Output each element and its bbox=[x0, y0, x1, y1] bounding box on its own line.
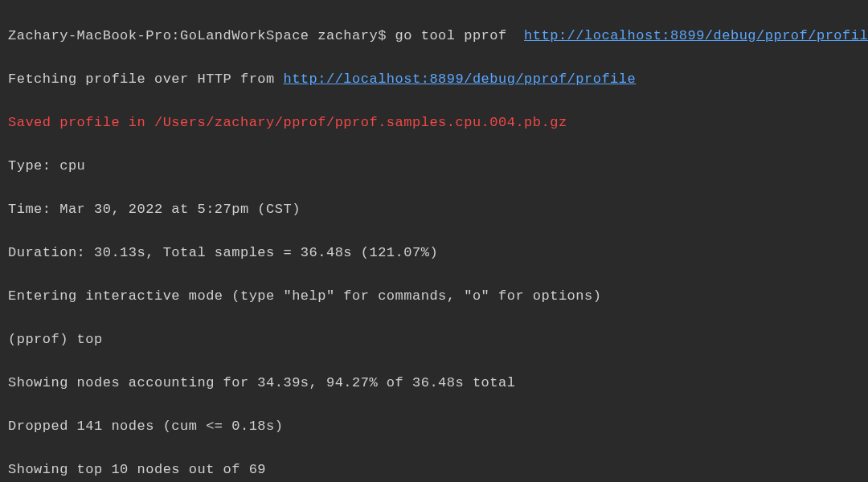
type-line: Type: cpu bbox=[8, 155, 860, 177]
fetching-url-link[interactable]: http://localhost:8899/debug/pprof/profil… bbox=[283, 71, 636, 87]
interactive-mode-line: Entering interactive mode (type "help" f… bbox=[8, 285, 860, 307]
showing-nodes-line: Showing nodes accounting for 34.39s, 94.… bbox=[8, 372, 860, 394]
dropped-nodes-line: Dropped 141 nodes (cum <= 0.18s) bbox=[8, 415, 860, 437]
profile-url-link[interactable]: http://localhost:8899/debug/pprof/profil… bbox=[524, 28, 868, 43]
fetching-line: Fetching profile over HTTP from http://l… bbox=[8, 68, 860, 90]
fetching-prefix: Fetching profile over HTTP from bbox=[8, 71, 283, 87]
duration-line: Duration: 30.13s, Total samples = 36.48s… bbox=[8, 242, 860, 263]
pprof-command-line: (pprof) top bbox=[8, 329, 860, 350]
time-line: Time: Mar 30, 2022 at 5:27pm (CST) bbox=[8, 198, 860, 220]
showing-top-line: Showing top 10 nodes out of 69 bbox=[8, 459, 860, 480]
shell-prompt: Zachary-MacBook-Pro:GoLandWorkSpace zach… bbox=[8, 28, 524, 43]
shell-prompt-line: Zachary-MacBook-Pro:GoLandWorkSpace zach… bbox=[8, 25, 860, 47]
terminal-output[interactable]: Zachary-MacBook-Pro:GoLandWorkSpace zach… bbox=[0, 0, 868, 482]
saved-profile-line: Saved profile in /Users/zachary/pprof/pp… bbox=[8, 112, 860, 133]
